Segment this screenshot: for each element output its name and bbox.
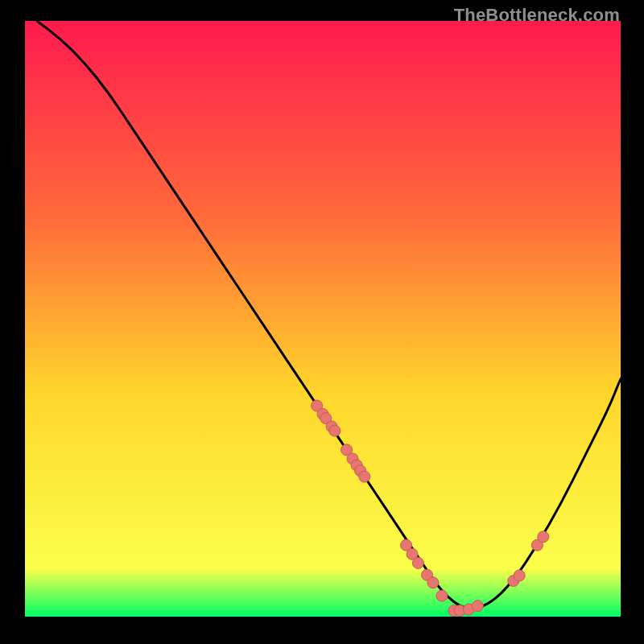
chart-stage: TheBottleneck.com: [0, 0, 644, 644]
gradient-background: [25, 21, 621, 617]
marker-dot: [412, 557, 423, 568]
chart-svg: [25, 21, 621, 617]
marker-dot: [472, 601, 483, 612]
marker-dot: [329, 425, 341, 436]
marker-dot: [538, 531, 549, 543]
plot-area: [25, 21, 621, 617]
marker-dot: [427, 577, 439, 588]
marker-dot: [359, 471, 370, 482]
marker-dot: [514, 570, 525, 581]
marker-dot: [436, 590, 448, 601]
